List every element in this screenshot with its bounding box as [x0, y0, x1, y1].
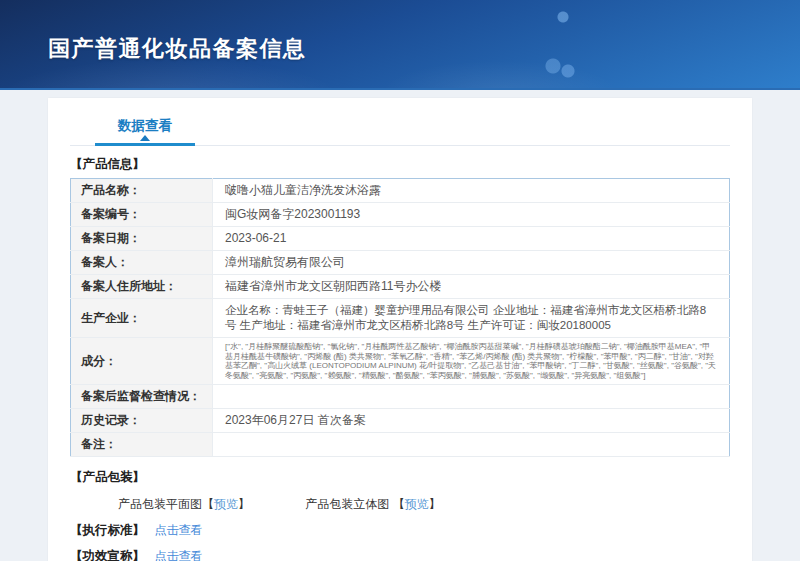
- bracket-open: 【: [393, 497, 405, 511]
- bracket-close: 】: [429, 497, 441, 511]
- info-row-label: 备案编号：: [71, 203, 213, 227]
- info-row-value: [213, 433, 730, 457]
- info-row-value: 2023-06-21: [213, 227, 730, 251]
- info-row-label: 备案人住所地址：: [71, 275, 213, 299]
- info-row-label: 生产企业：: [71, 299, 213, 338]
- page-title: 国产普通化妆品备案信息: [0, 0, 800, 64]
- info-table-row: 备案后监督检查情况：: [71, 385, 730, 409]
- packaging-section-title: 【产品包装】: [70, 469, 730, 486]
- info-row-label: 备案人：: [71, 251, 213, 275]
- info-row-label: 备注：: [71, 433, 213, 457]
- product-info-table-body: 产品名称： 啵噜小猫儿童洁净洗发沐浴露 备案编号： 闽G妆网备字20230011…: [71, 179, 730, 457]
- content-card: 数据查看 【产品信息】 产品名称： 啵噜小猫儿童洁净洗发沐浴露 备案编号： 闽G…: [48, 98, 752, 561]
- info-row-label: 产品名称：: [71, 179, 213, 203]
- packaging-stereo-item: 产品包装立体图 【预览】: [305, 497, 440, 511]
- info-table-row: 生产企业： 企业名称：青蛙王子（福建）婴童护理用品有限公司 企业地址：福建省漳州…: [71, 299, 730, 338]
- exec-standard-view-link[interactable]: 点击查看: [154, 523, 202, 537]
- info-row-value: 漳州瑞航贸易有限公司: [213, 251, 730, 275]
- info-table-row: 备案编号： 闽G妆网备字2023001193: [71, 203, 730, 227]
- info-row-value: 企业名称：青蛙王子（福建）婴童护理用品有限公司 企业地址：福建省漳州市龙文区梧桥…: [213, 299, 730, 338]
- packaging-flat-item: 产品包装平面图【预览】: [118, 497, 253, 511]
- product-info-section-title: 【产品信息】: [70, 156, 730, 173]
- page-header: 国产普通化妆品备案信息: [0, 0, 800, 90]
- tab-active-caret-icon: [140, 135, 150, 141]
- info-row-value: 闽G妆网备字2023001193: [213, 203, 730, 227]
- exec-standard-row: 【执行标准】 点击查看: [70, 522, 730, 539]
- info-row-label: 备案日期：: [71, 227, 213, 251]
- packaging-flat-preview-link[interactable]: 预览: [214, 497, 238, 511]
- packaging-previews-row: 产品包装平面图【预览】 产品包装立体图 【预览】: [118, 496, 730, 513]
- page: 国产普通化妆品备案信息 数据查看 【产品信息】 产品名称： 啵噜小猫儿童洁净洗发…: [0, 0, 800, 561]
- info-table-row: 产品名称： 啵噜小猫儿童洁净洗发沐浴露: [71, 179, 730, 203]
- info-table-row: 成分： ["水", "月桂醇聚醚硫酸酯钠", "氯化钠", "月桂酰两性基乙酸钠…: [71, 338, 730, 385]
- efficacy-claim-title: 【功效宣称】: [70, 549, 145, 561]
- info-table-row: 备案人住所地址： 福建省漳州市龙文区朝阳西路11号办公楼: [71, 275, 730, 299]
- packaging-stereo-label: 产品包装立体图: [305, 497, 392, 511]
- bracket-close: 】: [238, 497, 250, 511]
- info-row-label: 历史记录：: [71, 409, 213, 433]
- exec-standard-title: 【执行标准】: [70, 523, 145, 537]
- info-table-row: 备案人： 漳州瑞航贸易有限公司: [71, 251, 730, 275]
- info-table-row: 备案日期： 2023-06-21: [71, 227, 730, 251]
- efficacy-claim-view-link[interactable]: 点击查看: [154, 549, 202, 561]
- tab-bar: 数据查看: [70, 108, 730, 146]
- info-row-label: 成分：: [71, 338, 213, 385]
- info-row-value: [213, 385, 730, 409]
- bracket-open: 【: [202, 497, 214, 511]
- info-table-row: 历史记录： 2023年06月27日 首次备案: [71, 409, 730, 433]
- info-row-value: 2023年06月27日 首次备案: [213, 409, 730, 433]
- packaging-flat-label: 产品包装平面图: [118, 497, 202, 511]
- info-row-value: 福建省漳州市龙文区朝阳西路11号办公楼: [213, 275, 730, 299]
- info-table-row: 备注：: [71, 433, 730, 457]
- packaging-stereo-preview-link[interactable]: 预览: [405, 497, 429, 511]
- product-info-table: 产品名称： 啵噜小猫儿童洁净洗发沐浴露 备案编号： 闽G妆网备字20230011…: [70, 178, 730, 457]
- info-row-value: ["水", "月桂醇聚醚硫酸酯钠", "氯化钠", "月桂酰两性基乙酸钠", "…: [213, 338, 730, 385]
- info-row-label: 备案后监督检查情况：: [71, 385, 213, 409]
- info-row-value: 啵噜小猫儿童洁净洗发沐浴露: [213, 179, 730, 203]
- tab-data-view-label: 数据查看: [118, 118, 172, 133]
- efficacy-claim-row: 【功效宣称】 点击查看: [70, 548, 730, 561]
- tab-data-view[interactable]: 数据查看: [95, 117, 195, 146]
